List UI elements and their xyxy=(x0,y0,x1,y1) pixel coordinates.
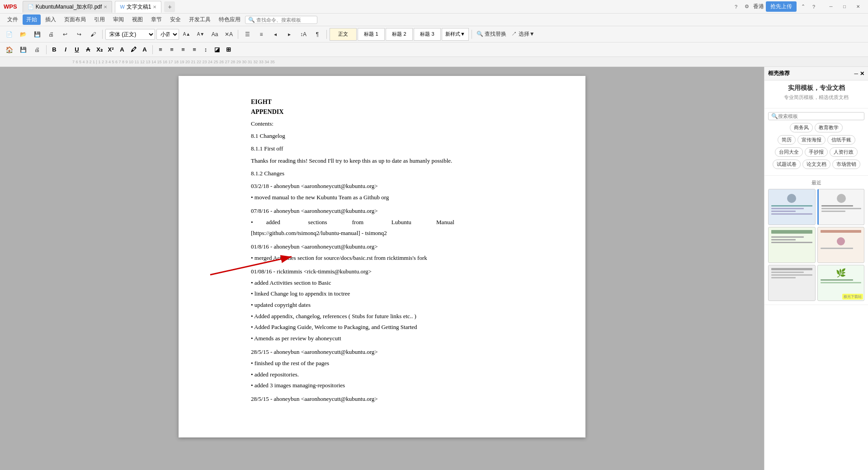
indent-increase-button[interactable]: ▸ xyxy=(283,28,296,41)
menu-layout[interactable]: 页面布局 xyxy=(61,14,90,25)
template-thumb-1[interactable] xyxy=(768,189,816,225)
show-hide-button[interactable]: ¶ xyxy=(311,28,324,41)
border-button[interactable]: ⊞ xyxy=(223,45,233,55)
section-81: 8.1 Changelog xyxy=(251,131,513,141)
select-button[interactable]: ↗ 选择▼ xyxy=(509,28,536,41)
font-name-select[interactable]: 宋体 (正文) xyxy=(105,29,155,40)
clear-format-button[interactable]: ✕A xyxy=(222,28,235,41)
new-doc-button[interactable]: 📄 xyxy=(3,28,15,41)
tab-pdf[interactable]: 📄 KubuntuManual_加水印.pdf ✕ xyxy=(23,1,113,13)
tag-business[interactable]: 商务风 xyxy=(790,123,813,132)
redo-button[interactable]: ↪ xyxy=(73,28,85,41)
panel-search[interactable]: 🔍 xyxy=(768,112,864,120)
menu-file[interactable]: 文件 xyxy=(4,14,22,25)
tag-education[interactable]: 教育教学 xyxy=(815,123,843,132)
menu-special[interactable]: 特色应用 xyxy=(215,14,244,25)
font-color2-button[interactable]: A xyxy=(140,45,150,55)
format-painter[interactable]: 🖌 xyxy=(87,28,99,41)
tag-contract[interactable]: 台同大全 xyxy=(775,147,803,157)
shading-button[interactable]: ◪ xyxy=(212,45,222,55)
template-thumb-6[interactable]: 🌿 极光下载站 xyxy=(817,265,865,301)
settings-icon[interactable]: ⚙ xyxy=(742,2,751,11)
line-spacing-button[interactable]: ↕ xyxy=(201,45,211,55)
template-thumb-4[interactable] xyxy=(817,227,865,263)
style-heading3[interactable]: 标题 3 xyxy=(414,28,441,41)
entry5-date: 28/5/15 - ahoneybun <aaronhoneycutt@kubu… xyxy=(251,346,513,358)
unordered-list-button[interactable]: ☰ xyxy=(241,28,254,41)
open-button[interactable]: 📂 xyxy=(17,28,29,41)
font-size-select[interactable]: 小四 xyxy=(156,29,179,40)
panel-tags-row3: 台同大全 手抄报 人资行政 xyxy=(768,147,864,157)
tag-exam[interactable]: 试题试卷 xyxy=(773,160,801,169)
increase-font-button[interactable]: A▲ xyxy=(180,28,193,41)
save-button[interactable]: 💾 xyxy=(31,28,43,41)
underline-button[interactable]: U xyxy=(72,45,82,55)
help-button[interactable]: ? xyxy=(809,2,818,11)
tag-poster[interactable]: 宣传海报 xyxy=(797,135,826,145)
panel-tags-row1: 商务风 教育教学 xyxy=(768,123,864,132)
quick-access-2[interactable]: 💾 xyxy=(17,43,29,56)
restore-button[interactable]: □ xyxy=(838,2,851,11)
style-heading1[interactable]: 标题 1 xyxy=(358,28,385,41)
tab-doc[interactable]: W 文字文稿1 ✕ xyxy=(115,1,161,13)
quick-access-1[interactable]: 🏠 xyxy=(3,43,15,56)
justify-button[interactable]: ≡ xyxy=(189,45,199,55)
template-grid: 🌿 极光下载站 xyxy=(768,189,864,301)
undo-button[interactable]: ↩ xyxy=(59,28,71,41)
tag-thesis[interactable]: 论文文档 xyxy=(802,160,830,169)
strikethrough-button[interactable]: A xyxy=(83,45,93,55)
template-thumb-2[interactable] xyxy=(817,189,865,225)
tab-doc-close[interactable]: ✕ xyxy=(153,5,156,9)
panel-minimize[interactable]: ─ xyxy=(854,70,858,77)
tag-marketing[interactable]: 市场营销 xyxy=(832,160,860,169)
command-search[interactable]: 🔍 xyxy=(245,16,317,24)
font-color-button[interactable]: A xyxy=(117,45,127,55)
print-button[interactable]: 🖨 xyxy=(45,28,57,41)
style-new[interactable]: 新样式▼ xyxy=(442,28,469,41)
menu-chapter[interactable]: 章节 xyxy=(147,14,165,25)
decrease-font-button[interactable]: A▼ xyxy=(194,28,207,41)
menu-references[interactable]: 引用 xyxy=(90,14,108,25)
menu-devtools[interactable]: 开发工具 xyxy=(185,14,214,25)
align-right-button[interactable]: ≡ xyxy=(178,45,188,55)
quick-access-3[interactable]: 🖨 xyxy=(31,43,43,56)
template-thumb-3[interactable] xyxy=(768,227,816,263)
style-normal[interactable]: 正文 xyxy=(330,28,357,41)
menu-review[interactable]: 审阅 xyxy=(109,14,127,25)
template-thumb-5[interactable] xyxy=(768,265,816,301)
align-left-button[interactable]: ≡ xyxy=(156,45,165,55)
superscript-button[interactable]: X² xyxy=(106,45,116,55)
close-button[interactable]: ✕ xyxy=(852,2,864,11)
tag-hr[interactable]: 人资行政 xyxy=(830,147,858,157)
align-center-button[interactable]: ≡ xyxy=(167,45,177,55)
highlight-button[interactable]: 🖍 xyxy=(128,45,138,55)
subscript-button[interactable]: X₂ xyxy=(94,45,104,55)
indent-decrease-button[interactable]: ◂ xyxy=(269,28,282,41)
upload-button[interactable]: 抢先上传 xyxy=(766,1,797,12)
minimize-button[interactable]: ─ xyxy=(825,2,837,11)
panel-search-input[interactable] xyxy=(778,113,861,119)
tab-pdf-close[interactable]: ✕ xyxy=(104,5,107,9)
menu-view[interactable]: 视图 xyxy=(128,14,146,25)
tag-resume[interactable]: 简历 xyxy=(778,135,796,145)
user-name: 香港 xyxy=(753,3,764,10)
menu-security[interactable]: 安全 xyxy=(166,14,184,25)
ribbon-toggle[interactable]: ⌃ xyxy=(798,2,807,11)
command-search-input[interactable] xyxy=(256,17,311,23)
font-format-button[interactable]: Aa xyxy=(208,28,221,41)
ordered-list-button[interactable]: ≡ xyxy=(255,28,268,41)
find-replace-button[interactable]: 🔍 查找替换 xyxy=(475,28,508,41)
new-tab-button[interactable]: + xyxy=(164,1,175,12)
help-icon[interactable]: ? xyxy=(731,2,741,11)
italic-button[interactable]: I xyxy=(61,45,71,55)
menu-home[interactable]: 开始 xyxy=(23,14,41,25)
tag-letter[interactable]: 信纸手账 xyxy=(827,135,855,145)
panel-close[interactable]: ✕ xyxy=(860,70,864,77)
sort-button[interactable]: ↕A xyxy=(297,28,310,41)
menu-insert[interactable]: 插入 xyxy=(42,14,60,25)
style-heading2[interactable]: 标题 2 xyxy=(386,28,413,41)
bold-button[interactable]: B xyxy=(49,45,59,55)
entry5-b3: • added 3 images managing-repositories xyxy=(251,380,513,391)
document-area[interactable]: EIGHT APPENDIX Contents: 8.1 Changelog 8… xyxy=(0,67,764,470)
tag-notes[interactable]: 手抄报 xyxy=(805,147,828,157)
